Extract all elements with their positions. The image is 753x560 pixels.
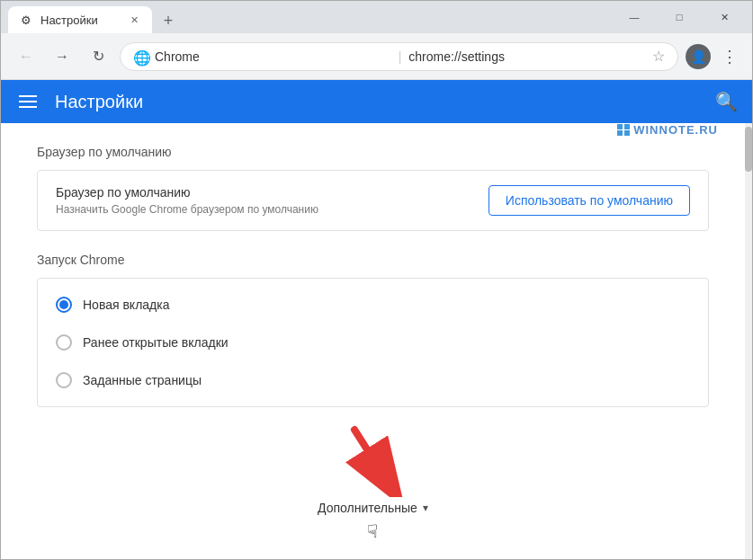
active-tab[interactable]: ⚙ Настройки ✕ <box>8 6 152 33</box>
default-browser-card-title: Браузер по умолчанию <box>56 185 318 200</box>
additional-button[interactable]: Дополнительные ▾ <box>310 497 435 519</box>
default-browser-card-subtitle: Назначить Google Chrome браузером по умо… <box>56 203 318 216</box>
radio-dot <box>59 300 68 309</box>
reload-button[interactable]: ↻ <box>84 42 112 71</box>
title-bar: ⚙ Настройки ✕ + — □ ✕ <box>1 1 752 33</box>
radio-new-tab-icon <box>56 297 72 313</box>
startup-option-specific-label: Заданные страницы <box>83 373 202 387</box>
settings-page-title: Настройки <box>55 92 143 112</box>
radio-specific-icon <box>56 372 72 388</box>
browser-window: ⚙ Настройки ✕ + — □ ✕ ← → ↻ 🌐 Chrome | c… <box>0 0 753 560</box>
url-favicon-icon: 🌐 <box>133 49 148 64</box>
maximize-button[interactable]: □ <box>659 4 700 31</box>
startup-option-specific[interactable]: Заданные страницы <box>38 361 708 399</box>
startup-option-new-tab-label: Новая вкладка <box>83 298 170 312</box>
scrollbar-track[interactable] <box>745 123 752 559</box>
startup-option-restore[interactable]: Ранее открытые вкладки <box>38 324 708 361</box>
startup-options-card: Новая вкладка Ранее открытые вкладки Зад… <box>37 278 709 407</box>
tab-title: Настройки <box>40 13 98 27</box>
windows-logo-icon <box>617 124 630 137</box>
svg-line-1 <box>354 430 386 479</box>
window-close-button[interactable]: ✕ <box>704 4 745 31</box>
tab-strip: ⚙ Настройки ✕ + <box>8 1 606 33</box>
radio-restore-icon <box>56 334 72 351</box>
default-browser-info: Браузер по умолчанию Назначить Google Ch… <box>56 185 318 216</box>
account-button[interactable]: 👤 <box>686 44 711 69</box>
watermark-text: WINNOTE.RU <box>633 123 718 137</box>
url-bar[interactable]: 🌐 Chrome | chrome://settings ☆ <box>120 42 678 71</box>
arrow-container: Дополнительные ▾ ☟ <box>37 425 709 542</box>
startup-section: Запуск Chrome Новая вкладка Ранее открыт… <box>37 253 709 407</box>
default-browser-section-title: Браузер по умолчанию <box>37 145 709 159</box>
back-button[interactable]: ← <box>12 42 40 71</box>
bookmark-star-icon[interactable]: ☆ <box>652 48 665 65</box>
startup-option-new-tab[interactable]: Новая вкладка <box>38 286 708 324</box>
search-icon[interactable]: 🔍 <box>715 91 738 112</box>
watermark: WINNOTE.RU <box>617 123 718 137</box>
default-browser-card: Браузер по умолчанию Назначить Google Ch… <box>37 170 709 231</box>
settings-header: Настройки 🔍 <box>1 80 752 123</box>
scrollbar-thumb[interactable] <box>745 127 752 172</box>
minimize-button[interactable]: — <box>614 4 655 31</box>
tab-favicon: ⚙ <box>19 13 33 27</box>
red-arrow-icon <box>336 425 408 497</box>
address-bar: ← → ↻ 🌐 Chrome | chrome://settings ☆ 👤 ⋮ <box>1 33 752 80</box>
window-controls: — □ ✕ <box>614 4 745 31</box>
settings-content: WINNOTE.RU Браузер по умолчанию Браузер … <box>1 123 745 559</box>
url-separator: | <box>399 49 402 64</box>
default-browser-section: Браузер по умолчанию Браузер по умолчани… <box>37 145 709 231</box>
arrow-and-more: Дополнительные ▾ ☟ <box>310 425 435 542</box>
default-browser-card-content: Браузер по умолчанию Назначить Google Ch… <box>56 185 690 216</box>
set-default-button[interactable]: Использовать по умолчанию <box>489 185 690 216</box>
url-path-text: chrome://settings <box>408 49 645 64</box>
forward-button[interactable]: → <box>48 42 76 71</box>
menu-button[interactable]: ⋮ <box>718 43 741 70</box>
new-tab-button[interactable]: + <box>156 8 181 33</box>
chevron-down-icon: ▾ <box>423 502 428 514</box>
url-brand-text: Chrome <box>155 49 391 64</box>
hamburger-menu-button[interactable] <box>15 92 40 111</box>
cursor-hand-icon: ☟ <box>367 520 378 542</box>
tab-close-button[interactable]: ✕ <box>127 13 141 27</box>
startup-section-title: Запуск Chrome <box>37 253 709 267</box>
startup-option-restore-label: Ранее открытые вкладки <box>83 335 229 350</box>
additional-label: Дополнительные <box>318 501 417 515</box>
